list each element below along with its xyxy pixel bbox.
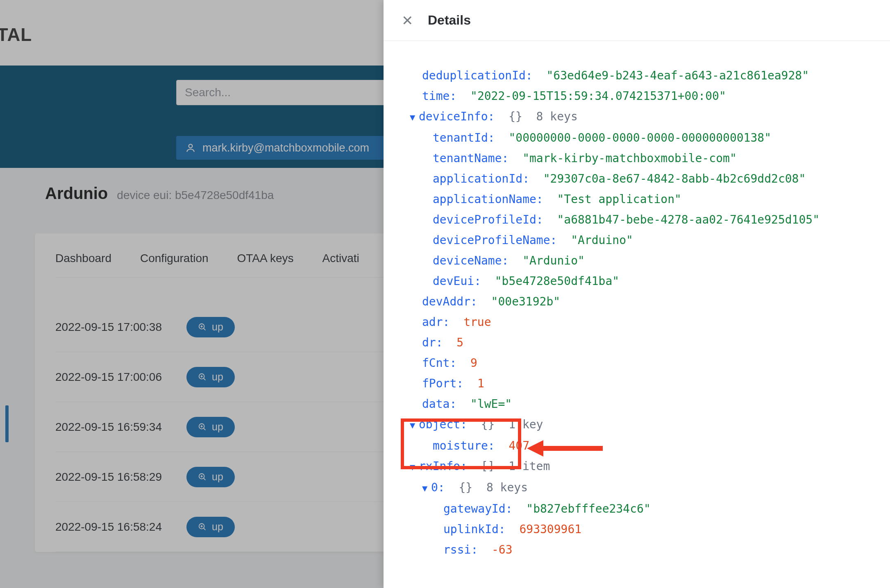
uplink-pill[interactable]: up bbox=[186, 417, 235, 437]
user-email: mark.kirby@matchboxmobile.com bbox=[202, 142, 369, 154]
json-key[interactable]: rxInfo: bbox=[419, 459, 467, 473]
device-name: Ardunio bbox=[45, 184, 108, 203]
zoom-in-icon bbox=[198, 423, 207, 432]
json-value: "29307c0a-8e67-4842-8abb-4b2c69dd2c08" bbox=[543, 172, 806, 185]
zoom-in-icon bbox=[198, 323, 207, 332]
json-value: "b827ebfffee234c6" bbox=[526, 502, 650, 516]
uplink-pill[interactable]: up bbox=[186, 517, 235, 537]
json-key[interactable]: 0: bbox=[431, 481, 445, 494]
nav-active-indicator bbox=[5, 405, 9, 442]
json-key: applicationName: bbox=[433, 192, 543, 206]
event-timestamp: 2022-09-15 16:58:24 bbox=[55, 520, 162, 534]
json-key: devEui: bbox=[433, 274, 481, 288]
json-value: 9 bbox=[470, 356, 477, 370]
zoom-in-icon bbox=[198, 373, 207, 382]
caret-down-icon[interactable]: ▼ bbox=[410, 457, 419, 477]
caret-down-icon[interactable]: ▼ bbox=[410, 415, 419, 436]
json-type-badge: {} bbox=[481, 418, 495, 431]
json-value: true bbox=[463, 315, 491, 329]
uplink-label: up bbox=[212, 471, 223, 483]
caret-down-icon[interactable]: ▼ bbox=[422, 478, 431, 499]
json-key: dr: bbox=[422, 336, 443, 349]
user-chip[interactable]: mark.kirby@matchboxmobile.com bbox=[176, 136, 402, 160]
json-type-badge: [] bbox=[481, 459, 495, 473]
json-key: adr: bbox=[422, 315, 450, 329]
uplink-pill[interactable]: up bbox=[186, 467, 235, 487]
json-key[interactable]: deviceInfo: bbox=[419, 110, 495, 123]
portal-brand-fragment: RTAL bbox=[0, 25, 32, 45]
json-value: "mark-kirby-matchboxmobile-com" bbox=[522, 152, 737, 165]
json-key-count: 8 keys bbox=[486, 481, 528, 494]
json-value: 5 bbox=[456, 336, 463, 349]
tab-activation[interactable]: Activati bbox=[322, 252, 359, 265]
json-key: rssi: bbox=[443, 543, 478, 556]
zoom-in-icon bbox=[198, 473, 207, 482]
event-timestamp: 2022-09-15 16:58:29 bbox=[55, 470, 162, 484]
json-value-moisture: 407 bbox=[509, 439, 529, 452]
event-timestamp: 2022-09-15 17:00:06 bbox=[55, 371, 162, 384]
details-header: ✕ Details bbox=[384, 0, 890, 41]
json-key-moisture: moisture: bbox=[433, 439, 495, 452]
json-key: gatewayId: bbox=[443, 502, 513, 516]
json-value: 693309961 bbox=[519, 522, 581, 536]
json-value: "00e3192b" bbox=[491, 295, 561, 308]
event-timestamp: 2022-09-15 16:59:34 bbox=[55, 421, 162, 434]
json-key: deduplicationId: bbox=[422, 69, 533, 82]
json-viewer: deduplicationId: "63ed64e9-b243-4eaf-a64… bbox=[384, 41, 890, 588]
device-eui-label: device eui: b5e4728e50df41ba bbox=[117, 189, 274, 202]
json-key: time: bbox=[422, 89, 456, 103]
json-value: "a6881b47-bebe-4278-aa02-7641e925d105" bbox=[557, 213, 820, 226]
tab-otaa-keys[interactable]: OTAA keys bbox=[237, 252, 294, 265]
details-panel: ✕ Details deduplicationId: "63ed64e9-b24… bbox=[384, 0, 890, 588]
json-key: deviceName: bbox=[433, 254, 509, 267]
json-key[interactable]: object: bbox=[419, 418, 467, 431]
json-key: deviceProfileName: bbox=[433, 233, 557, 247]
json-key: data: bbox=[422, 397, 456, 411]
uplink-label: up bbox=[212, 521, 223, 533]
uplink-pill[interactable]: up bbox=[186, 317, 235, 337]
json-key: uplinkId: bbox=[443, 522, 506, 536]
event-timestamp: 2022-09-15 17:00:38 bbox=[55, 321, 162, 334]
device-header: Ardunio device eui: b5e4728e50df41ba bbox=[45, 184, 274, 203]
json-key: tenantId: bbox=[433, 131, 495, 145]
json-type-badge: {} bbox=[459, 481, 472, 494]
json-key-count: 8 keys bbox=[536, 110, 578, 123]
uplink-label: up bbox=[212, 421, 223, 433]
json-value: "00000000-0000-0000-0000-000000000138" bbox=[509, 131, 771, 145]
json-key: applicationId: bbox=[433, 172, 529, 185]
json-value: 1 bbox=[477, 377, 484, 390]
json-value: "2022-09-15T15:59:34.074215371+00:00" bbox=[470, 89, 726, 103]
tab-dashboard[interactable]: Dashboard bbox=[55, 252, 111, 265]
tab-configuration[interactable]: Configuration bbox=[140, 252, 209, 265]
json-key: deviceProfileId: bbox=[433, 213, 543, 226]
caret-down-icon[interactable]: ▼ bbox=[410, 107, 419, 128]
details-title: Details bbox=[428, 13, 471, 28]
close-icon[interactable]: ✕ bbox=[402, 14, 413, 27]
json-type-badge: {} bbox=[509, 110, 522, 123]
uplink-label: up bbox=[212, 321, 223, 333]
json-value: "lwE=" bbox=[470, 397, 512, 411]
json-value: -63 bbox=[492, 543, 513, 556]
json-value: "63ed64e9-b243-4eaf-a643-a21c861ea928" bbox=[546, 69, 809, 82]
uplink-pill[interactable]: up bbox=[186, 367, 235, 387]
svg-point-0 bbox=[189, 144, 193, 148]
json-value: "Test application" bbox=[557, 192, 681, 206]
zoom-in-icon bbox=[198, 522, 207, 531]
json-value: "Arduino" bbox=[571, 233, 633, 247]
json-key: fCnt: bbox=[422, 356, 456, 370]
json-key-count: 1 key bbox=[509, 418, 543, 431]
json-key: devAddr: bbox=[422, 295, 477, 308]
json-value: "b5e4728e50df41ba" bbox=[495, 274, 619, 288]
uplink-label: up bbox=[212, 371, 223, 383]
json-key: fPort: bbox=[422, 377, 463, 390]
json-key: tenantName: bbox=[433, 152, 509, 165]
json-item-count: 1 item bbox=[509, 459, 550, 473]
json-value: "Ardunio" bbox=[522, 254, 585, 267]
user-icon bbox=[185, 142, 196, 153]
